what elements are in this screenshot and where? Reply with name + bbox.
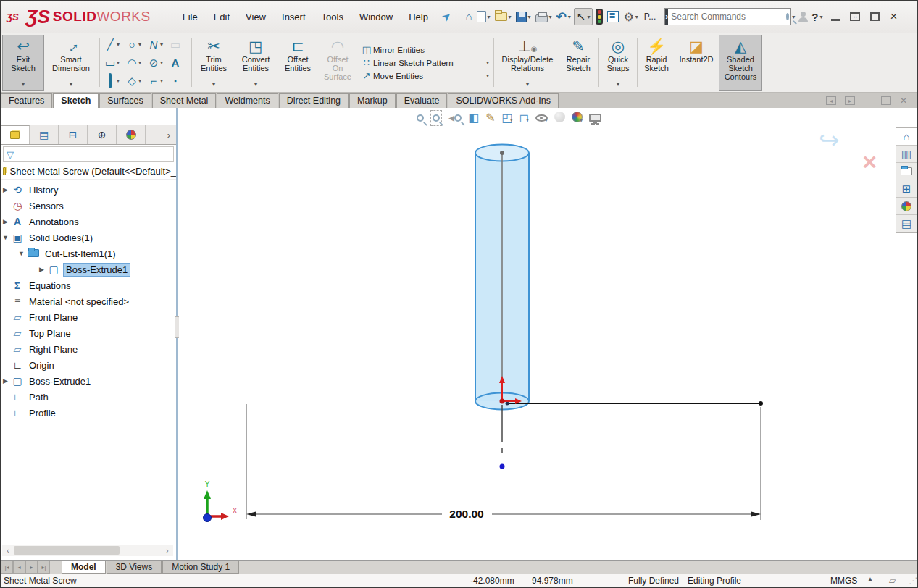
chevron-down-icon[interactable]: ▾ — [70, 80, 72, 89]
sketch-endpoint-blue[interactable] — [500, 464, 505, 469]
line-tool[interactable]: ╱▾ — [103, 35, 123, 54]
chevron-down-icon[interactable]: ▾ — [160, 41, 166, 48]
first-tab-icon[interactable]: |◂ — [1, 561, 13, 574]
expand-icon[interactable]: ▶ — [1, 186, 10, 193]
tab-strip-expand-icon[interactable]: › — [162, 125, 176, 144]
pane-restore-icon[interactable] — [881, 96, 891, 105]
expand-icon[interactable]: ▶ — [37, 266, 46, 273]
resize-grip[interactable]: ⋰ — [909, 576, 916, 587]
menu-insert[interactable]: Insert — [274, 8, 314, 26]
select-tool-button[interactable]: ↖▾ — [574, 8, 593, 25]
units-up-arrow-icon[interactable]: ▲ — [867, 576, 873, 582]
menu-help[interactable]: Help — [401, 8, 436, 26]
circle-tool[interactable]: ○▾ — [125, 35, 145, 54]
chevron-down-icon[interactable]: ▾ — [138, 77, 144, 84]
restore-split-button[interactable] — [850, 12, 860, 21]
home-button[interactable]: ⌂ — [464, 9, 473, 25]
sketch-line-below-origin[interactable] — [500, 405, 505, 469]
tab-motion-study[interactable]: Motion Study 1 — [162, 561, 239, 574]
slot-tool[interactable]: ▾ — [103, 72, 123, 90]
convert-entities-button[interactable]: ◳ Convert Entities ▾ — [234, 35, 278, 91]
scroll-right-icon[interactable]: › — [162, 547, 173, 555]
quick-snaps-button[interactable]: ◎ Quick Snaps ▾ — [601, 35, 635, 91]
chevron-down-icon[interactable]: ▾ — [549, 14, 552, 20]
tree-root-item[interactable]: Sheet Metal Screw (Default<<Default>_ — [1, 164, 176, 180]
spline-tool[interactable]: N▾ — [146, 35, 167, 54]
last-tab-icon[interactable]: ▸| — [38, 561, 50, 574]
collapse-icon[interactable]: ▼ — [1, 234, 10, 241]
chevron-down-icon[interactable]: ▾ — [568, 14, 571, 20]
exit-sketch-button[interactable]: ↩ Exit Sketch ▾ — [2, 35, 44, 91]
file-properties-button[interactable] — [606, 9, 620, 25]
chevron-down-icon[interactable]: ▾ — [138, 59, 144, 66]
menu-window[interactable]: Window — [351, 8, 401, 26]
chevron-down-icon[interactable]: ▾ — [488, 14, 491, 20]
tree-item-material[interactable]: ≡Material <not specified> — [1, 293, 176, 309]
tab-sketch[interactable]: Sketch — [53, 93, 99, 108]
chevron-down-icon[interactable]: ▾ — [212, 80, 215, 89]
tab-displaymanager[interactable] — [117, 125, 146, 144]
tab-propertymanager[interactable]: ▤ — [30, 125, 59, 144]
tree-item-profile[interactable]: ∟Profile — [1, 405, 176, 421]
linear-sketch-pattern-button[interactable]: ∷ Linear Sketch Pattern ▾ — [360, 57, 489, 68]
rectangle-tool[interactable]: ▭▾ — [103, 54, 123, 72]
search-icon[interactable] — [786, 13, 789, 20]
tree-item-annotations[interactable]: ▶AAnnotations — [1, 214, 176, 230]
tab-direct-editing[interactable]: Direct Editing — [279, 93, 349, 108]
collapse-pane-left-icon[interactable]: ◂ — [826, 96, 836, 105]
chevron-down-icon[interactable]: ▾ — [486, 59, 489, 66]
chevron-down-icon[interactable]: ▾ — [138, 41, 144, 48]
tab-3d-views[interactable]: 3D Views — [107, 561, 162, 574]
toolbar-overflow-label[interactable]: P... — [641, 12, 659, 22]
tab-markup[interactable]: Markup — [349, 93, 396, 108]
tree-item-front-plane[interactable]: ▱Front Plane — [1, 309, 176, 325]
tree-item-origin[interactable]: ∟Origin — [1, 357, 176, 373]
login-button[interactable] — [797, 9, 810, 24]
dimension-200[interactable]: 200.00 — [246, 404, 761, 520]
trim-entities-button[interactable]: ✂ Trim Entities ▾ — [193, 35, 234, 91]
arc-tool[interactable]: ◠▾ — [125, 54, 145, 72]
tree-filter-box[interactable]: ▽ — [3, 146, 174, 162]
previous-tab-icon[interactable]: ◂ — [13, 561, 25, 574]
tree-item-cut-list[interactable]: ▼Cut-List-Item1(1) — [1, 245, 176, 261]
tab-dimxpertmanager[interactable]: ⊕ — [88, 125, 117, 144]
chevron-down-icon[interactable]: ▾ — [160, 59, 166, 66]
new-document-button[interactable]: ▾ — [475, 9, 492, 25]
tab-evaluate[interactable]: Evaluate — [396, 93, 448, 108]
tab-weldments[interactable]: Weldments — [217, 93, 278, 108]
offset-entities-button[interactable]: ⊏ Offset Entities — [278, 35, 318, 91]
close-button[interactable]: × — [890, 12, 897, 21]
move-entities-button[interactable]: ↗ Move Entities ▾ — [360, 70, 489, 81]
collapse-pane-right-icon[interactable]: ▸ — [845, 96, 855, 105]
tab-configurationmanager[interactable]: ⊟ — [59, 125, 88, 144]
tree-item-history[interactable]: ▶⟲History — [1, 182, 176, 198]
collapse-icon[interactable]: ▼ — [17, 250, 26, 257]
chevron-down-icon[interactable]: ▾ — [486, 72, 489, 79]
chevron-down-icon[interactable]: ▾ — [617, 80, 619, 89]
chevron-down-icon[interactable]: ▾ — [587, 14, 590, 20]
shaded-sketch-contours-button[interactable]: ◭ Shaded Sketch Contours — [719, 35, 762, 91]
pane-close-icon[interactable]: ✕ — [900, 96, 907, 106]
graphics-viewport[interactable]: ◂ ◧ ✎ ◰▾ ◻▾ ▾ ▾ ▾ ↩ × ⌂ ▥ ⊞ ▤ — [179, 108, 917, 560]
instant2d-button[interactable]: ◪ Instant2D — [674, 35, 719, 91]
model-sketch-canvas[interactable]: 200.00 Y X — [179, 108, 917, 560]
status-units[interactable]: MMGS — [830, 576, 857, 586]
menu-edit[interactable]: Edit — [206, 8, 238, 26]
status-tag-icon[interactable]: ▱ — [889, 576, 896, 586]
mirror-entities-button[interactable]: ◫ Mirror Entities — [360, 44, 489, 55]
help-button[interactable]: ?▾ — [810, 9, 824, 25]
chevron-down-icon[interactable]: ▾ — [509, 14, 512, 20]
point-tool[interactable]: ▪ — [168, 72, 188, 90]
ellipse-tool[interactable]: ⊘▾ — [146, 54, 167, 72]
chevron-down-icon[interactable]: ▾ — [526, 80, 529, 89]
chevron-down-icon[interactable]: ▾ — [160, 77, 166, 84]
print-button[interactable]: ▾ — [534, 9, 554, 25]
tree-item-sensors[interactable]: ◷Sensors — [1, 198, 176, 214]
menu-file[interactable]: File — [175, 8, 206, 26]
undo-button[interactable]: ↶▾ — [555, 7, 572, 27]
chevron-down-icon[interactable]: ▾ — [635, 14, 638, 20]
chevron-down-icon[interactable]: ▾ — [117, 77, 122, 84]
open-button[interactable]: ▾ — [493, 10, 513, 23]
tree-item-top-plane[interactable]: ▱Top Plane — [1, 325, 176, 341]
horizontal-sketch-line[interactable] — [506, 401, 764, 406]
